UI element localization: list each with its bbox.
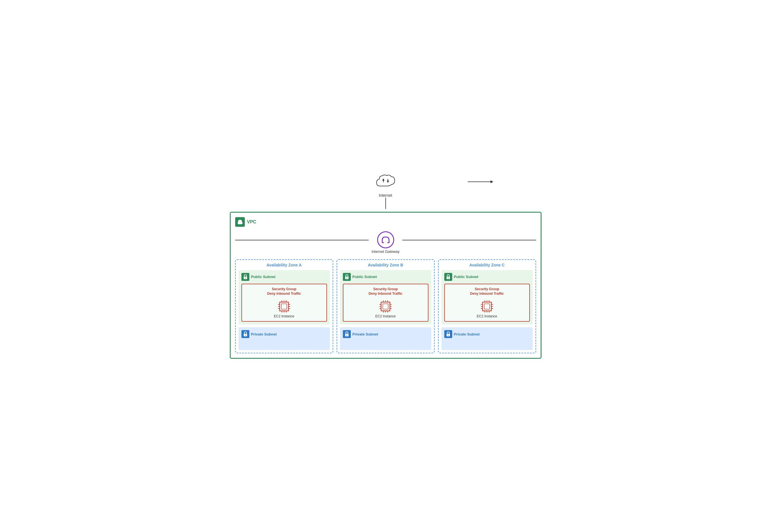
- ec2-section-c: EC2 Instance: [448, 299, 526, 318]
- svg-marker-1: [490, 180, 493, 183]
- ec2-chip-icon-a: [276, 299, 292, 314]
- svg-point-46: [448, 277, 448, 278]
- svg-rect-47: [482, 302, 491, 311]
- sg-box-b: Security Group Deny Inbound Traffic: [343, 284, 428, 322]
- public-subnet-a-header: Public Subnet: [242, 273, 327, 281]
- az-zone-c: Availability Zone C: [438, 259, 536, 353]
- svg-rect-29: [381, 302, 390, 311]
- private-subnet-c-label: Private Subnet: [454, 332, 480, 336]
- ec2-label-c: EC2 Instance: [477, 314, 497, 318]
- internet-section: Internet: [230, 173, 541, 209]
- az-row: Availability Zone A: [235, 259, 536, 353]
- svg-point-44: [346, 335, 347, 336]
- private-subnet-b-header: Private Subnet: [343, 330, 428, 338]
- igw-label: Internet Gateway: [371, 249, 400, 254]
- az-a-label: Availability Zone A: [239, 263, 330, 267]
- public-subnet-a-label: Public Subnet: [251, 275, 276, 279]
- ec2-section-a: EC2 Instance: [245, 299, 324, 318]
- ec2-chip-icon-b: [378, 299, 393, 314]
- private-lock-icon-c: [444, 330, 452, 338]
- public-subnet-a: Public Subnet Security Group Deny Inboun…: [239, 270, 330, 324]
- svg-point-62: [448, 335, 448, 336]
- vpc-header: VPC: [235, 217, 536, 227]
- svg-point-26: [245, 335, 246, 336]
- public-subnet-b-label: Public Subnet: [353, 275, 377, 279]
- private-subnet-c: Private Subnet: [441, 327, 533, 350]
- svg-point-10: [245, 277, 246, 278]
- private-subnet-a-header: Private Subnet: [242, 330, 327, 338]
- svg-rect-12: [281, 304, 287, 309]
- ec2-label-b: EC2 Instance: [375, 314, 396, 318]
- sg-label-c: Security Group Deny Inbound Traffic: [448, 287, 526, 296]
- public-lock-icon-c: [444, 273, 452, 281]
- public-subnet-b: Public Subnet Security Group Deny Inboun…: [340, 270, 431, 324]
- igw-section: Internet Gateway: [235, 231, 536, 254]
- igw-widget: Internet Gateway: [369, 231, 402, 254]
- sg-label-a: Security Group Deny Inbound Traffic: [245, 287, 324, 296]
- sg-box-a: Security Group Deny Inbound Traffic: [242, 284, 327, 322]
- az-b-label: Availability Zone B: [340, 263, 431, 267]
- public-subnet-b-header: Public Subnet: [343, 273, 428, 281]
- internet-cloud: Internet: [374, 173, 397, 198]
- private-subnet-a-label: Private Subnet: [251, 332, 277, 336]
- public-lock-icon-a: [242, 273, 249, 281]
- az-connection-area: Availability Zone A: [235, 259, 536, 353]
- public-lock-icon-b: [343, 273, 351, 281]
- private-lock-icon-a: [242, 330, 249, 338]
- az-zone-b: Availability Zone B: [337, 259, 435, 353]
- svg-point-28: [346, 277, 347, 278]
- public-subnet-c-label: Public Subnet: [454, 275, 479, 279]
- private-subnet-b-label: Private Subnet: [353, 332, 378, 336]
- private-subnet-b: Private Subnet: [340, 327, 431, 350]
- internet-arrow-svg: [394, 170, 507, 193]
- ec2-chip-icon-c: [479, 299, 495, 314]
- vpc-container: VPC Internet Gateway: [230, 212, 541, 359]
- private-subnet-a: Private Subnet: [239, 327, 330, 350]
- diagram-wrapper: Internet VPC: [230, 173, 541, 359]
- vpc-label: VPC: [247, 219, 257, 225]
- ec2-section-b: EC2 Instance: [346, 299, 425, 318]
- igw-icon: [377, 231, 394, 248]
- public-subnet-c-header: Public Subnet: [444, 273, 530, 281]
- az-zone-a: Availability Zone A: [235, 259, 333, 353]
- svg-rect-48: [484, 304, 490, 309]
- cloud-icon: [374, 173, 397, 193]
- sg-box-c: Security Group Deny Inbound Traffic: [444, 284, 530, 322]
- ec2-label-a: EC2 Instance: [274, 314, 294, 318]
- internet-label: Internet: [379, 193, 392, 198]
- private-lock-icon-b: [343, 330, 351, 338]
- internet-down-line: [385, 198, 386, 209]
- vpc-icon: [235, 217, 245, 227]
- svg-rect-11: [280, 302, 289, 311]
- private-subnet-c-header: Private Subnet: [444, 330, 530, 338]
- svg-rect-30: [383, 304, 388, 309]
- sg-label-b: Security Group Deny Inbound Traffic: [346, 287, 425, 296]
- az-c-label: Availability Zone C: [441, 263, 533, 267]
- public-subnet-c: Public Subnet Security Group Deny Inboun…: [441, 270, 533, 324]
